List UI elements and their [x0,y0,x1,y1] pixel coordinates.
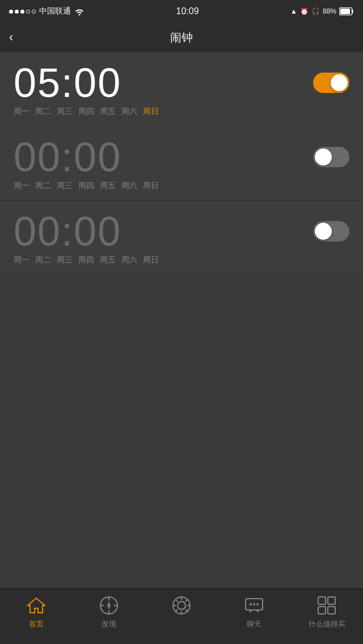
home-icon [26,595,47,616]
tab-deals[interactable]: 什么值得买 [290,595,363,629]
tab-discover-label: 发现 [102,619,116,629]
discover-icon [98,595,120,616]
day-sat-2: 周六 [121,181,137,191]
alarm-status-icon: ⏰ [300,7,309,15]
alarm-toggle-3[interactable] [313,221,349,242]
status-left: 中国联通 [9,6,85,16]
svg-rect-24 [318,607,326,614]
svg-point-9 [178,601,185,609]
battery-icon [339,7,354,15]
day-sat-1: 周六 [121,107,137,117]
status-right: ▲ ⏰ 🎧 88% [290,7,354,15]
wifi-icon [74,7,85,15]
tab-chat[interactable]: 聊天 [218,595,290,629]
signal-dots [9,10,36,14]
day-thu-2: 周四 [78,181,94,191]
dot1 [9,10,13,14]
deals-icon [316,595,337,616]
svg-point-19 [250,603,252,605]
chat-icon [243,595,265,616]
empty-content-area [0,320,363,588]
alarm-toggle-1[interactable] [313,73,349,93]
alarm-item-2[interactable]: 00:00 周一 周二 周三 周四 周五 周六 周日 [0,126,363,201]
day-thu-1: 周四 [78,107,94,117]
back-button[interactable]: ‹ [9,30,13,45]
toggle-thumb-1 [331,74,348,91]
day-wed-2: 周三 [57,181,73,191]
nav-title: 闹钟 [170,30,193,45]
tab-discover[interactable]: 发现 [73,595,145,629]
day-mon-2: 周一 [14,181,29,191]
tab-home[interactable]: 首页 [0,595,73,629]
status-time: 10:09 [176,6,199,16]
headphone-icon: 🎧 [311,7,320,15]
alarm-days-3: 周一 周二 周三 周四 周五 周六 周日 [14,255,349,265]
dot3 [20,10,24,14]
alarm-row-3: 00:00 [14,211,349,252]
tab-deals-label: 什么值得买 [309,619,345,629]
tab-home-label: 首页 [29,619,44,629]
nav-bar: ‹ 闹钟 [0,23,363,52]
sun-icon [171,595,192,616]
day-tue-1: 周二 [35,107,51,117]
day-fri-3: 周五 [100,255,116,265]
tab-chat-label: 聊天 [247,619,261,629]
day-thu-3: 周四 [78,255,94,265]
alarm-time-1[interactable]: 05:00 [14,62,121,103]
alarm-days-2: 周一 周二 周三 周四 周五 周六 周日 [14,181,349,191]
svg-rect-25 [328,607,335,614]
dot5 [32,10,36,14]
day-sun-2: 周日 [143,181,159,191]
day-tue-2: 周二 [35,181,51,191]
alarm-list: 05:00 周一 周二 周三 周四 周五 周六 周日 00:00 周一 周二 周… [0,52,363,320]
svg-line-14 [176,600,178,601]
svg-point-20 [253,603,255,605]
carrier-label: 中国联通 [39,6,71,16]
day-mon-1: 周一 [14,107,29,117]
day-wed-1: 周三 [57,107,73,117]
day-fri-1: 周五 [100,107,116,117]
tab-center[interactable] [145,595,218,619]
day-tue-3: 周二 [35,255,51,265]
toggle-thumb-3 [315,223,332,240]
svg-rect-22 [318,597,326,604]
alarm-item-1[interactable]: 05:00 周一 周二 周三 周四 周五 周六 周日 [0,52,363,126]
toggle-thumb-2 [315,149,332,166]
svg-line-16 [185,600,187,601]
alarm-toggle-2[interactable] [313,147,349,167]
location-icon: ▲ [290,7,297,15]
alarm-row-1: 05:00 [14,62,349,103]
alarm-time-3[interactable]: 00:00 [14,211,121,252]
day-wed-3: 周三 [57,255,73,265]
svg-point-21 [256,603,259,605]
battery-percent: 88% [323,7,336,15]
svg-rect-23 [328,597,335,604]
svg-line-17 [176,609,178,611]
day-sun-1: 周日 [143,107,159,117]
dot2 [15,10,19,14]
day-sun-3: 周日 [143,255,159,265]
tab-bar: 首页 发现 [0,588,363,644]
dot4 [26,10,30,14]
alarm-time-2[interactable]: 00:00 [14,137,121,177]
alarm-row-2: 00:00 [14,137,349,177]
svg-line-15 [185,609,187,611]
svg-rect-1 [340,9,350,14]
day-mon-3: 周一 [14,255,29,265]
alarm-days-1: 周一 周二 周三 周四 周五 周六 周日 [14,107,349,117]
day-sat-3: 周六 [121,255,137,265]
day-fri-2: 周五 [100,181,116,191]
alarm-item-3[interactable]: 00:00 周一 周二 周三 周四 周五 周六 周日 [0,201,363,275]
status-bar: 中国联通 10:09 ▲ ⏰ 🎧 88% [0,0,363,23]
